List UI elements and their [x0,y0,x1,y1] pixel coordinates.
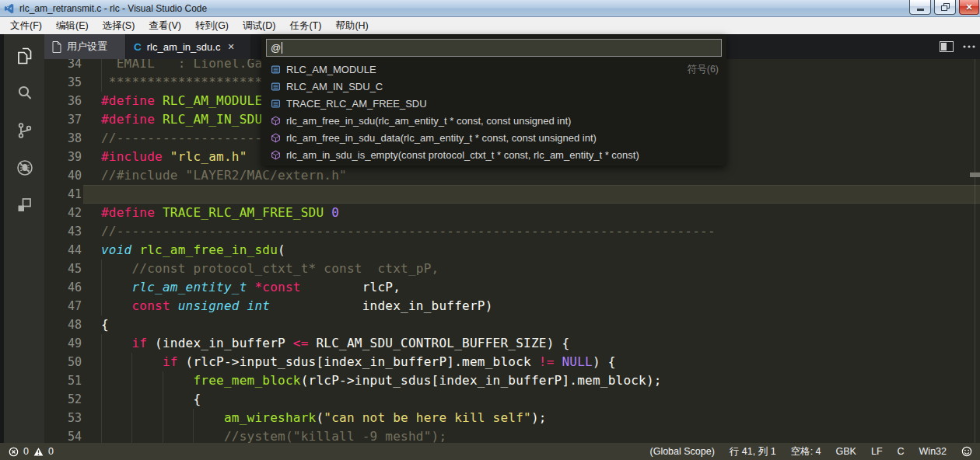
status-bar: 0 0 (Global Scope) 行 41, 列 1 空格: 4 GBK L… [0,443,980,460]
quick-open-query: @ [271,42,281,54]
code-line-46[interactable]: 46 rlc_am_entity_t *const rlcP, [44,278,980,297]
code-line-45[interactable]: 45 //const protocol_ctxt_t* const ctxt_p… [44,260,980,278]
line-number: 34 [44,59,82,73]
line-number: 41 [44,185,82,204]
restore-button[interactable] [934,0,956,15]
code-text: #include "rlc_am.h" [101,148,247,166]
menu-item-5[interactable]: 调试(D) [236,17,282,34]
menu-item-7[interactable]: 帮助(H) [328,17,375,34]
line-number: 53 [44,409,82,427]
split-editor-icon[interactable] [940,41,954,52]
menu-item-3[interactable]: 查看(V) [142,17,188,34]
symbol-item-1[interactable]: RLC_AM_IN_SDU_C [261,78,726,95]
tab-label: rlc_am_in_sdu.c [147,41,221,53]
indent-indicator[interactable]: 空格: 4 [791,445,821,458]
field-icon [271,81,282,92]
text-caret [282,42,282,54]
code-line-52[interactable]: 52 { [44,390,980,409]
symbol-item-0[interactable]: RLC_AM_MODULE符号(6) [261,61,726,78]
vscode-logo-icon [4,3,15,14]
code-line-41[interactable]: 41 [44,185,980,204]
code-line-40[interactable]: 40//#include "LAYER2/MAC/extern.h" [44,166,980,185]
menu-item-2[interactable]: 选择(S) [96,17,142,34]
symbol-item-5[interactable]: rlc_am_in_sdu_is_empty(const protocol_ct… [261,146,726,163]
code-line-50[interactable]: 50 if (rlcP->input_sdus[index_in_bufferP… [44,353,980,371]
code-line-48[interactable]: 48{ [44,315,980,334]
method-icon [271,132,282,143]
extensions-icon[interactable] [14,194,36,216]
minimize-button[interactable] [909,0,931,15]
search-icon[interactable] [14,82,36,104]
line-number: 48 [44,315,82,334]
line-number: 37 [44,110,82,129]
quick-open-input[interactable]: @ [266,39,722,57]
title-bar: rlc_am_retransmit.c - rlc - Visual Studi… [0,0,980,17]
code-text: const unsigned int index_in_bufferP) [101,297,493,315]
code-line-42[interactable]: 42#define TRACE_RLC_AM_FREE_SDU 0 [44,204,980,222]
code-text: void rlc_am_free_in_sdu( [101,241,285,260]
code-line-53[interactable]: 53 am_wireshark("can not be here kill se… [44,409,980,427]
scope-indicator[interactable]: (Global Scope) [650,446,715,457]
menu-item-6[interactable]: 任务(T) [282,17,328,34]
line-number: 47 [44,297,82,315]
editor-actions [940,34,977,59]
feedback-smiley-icon[interactable] [961,446,972,457]
line-number: 35 [44,73,82,92]
close-button[interactable]: ✕ [959,0,979,15]
platform-indicator[interactable]: Win32 [919,446,947,457]
code-line-47[interactable]: 47 const unsigned int index_in_bufferP) [44,297,980,315]
line-number: 51 [44,371,82,390]
symbol-item-2[interactable]: TRACE_RLC_AM_FREE_SDU [261,95,726,112]
more-actions-icon[interactable] [963,45,975,48]
c-language-icon: C [134,41,142,53]
code-text: if (index_in_bufferP <= RLC_AM_SDU_CONTR… [101,334,569,353]
symbol-item-4[interactable]: rlc_am_free_in_sdu_data(rlc_am_entity_t … [261,129,726,146]
close-icon: ✕ [965,2,972,12]
symbol-item-3[interactable]: rlc_am_free_in_sdu(rlc_am_entity_t * con… [261,112,726,129]
line-number: 39 [44,148,82,166]
eol-indicator[interactable]: LF [871,446,883,457]
tab-rlc-am-in-sdu[interactable]: C rlc_am_in_sdu.c ✕ [126,34,250,59]
line-number: 44 [44,241,82,260]
menu-item-0[interactable]: 文件(F) [3,17,49,34]
line-number: 50 [44,353,82,371]
menu-bar: 文件(F)编辑(E)选择(S)查看(V)转到(G)调试(D)任务(T)帮助(H) [0,17,980,34]
scrollbar-thumb[interactable] [970,172,980,177]
minimize-icon [917,9,924,11]
line-number: 46 [44,278,82,297]
activity-bar: ⚙ [4,34,44,443]
explorer-icon[interactable] [14,45,36,67]
method-icon [271,115,282,126]
code-text: if (rlcP->input_sdus[index_in_bufferP].m… [101,353,616,371]
warning-count: 0 [48,446,54,457]
line-number: 54 [44,427,82,443]
code-line-44[interactable]: 44void rlc_am_free_in_sdu( [44,241,980,260]
menu-item-4[interactable]: 转到(G) [188,17,236,34]
code-line-54[interactable]: 54 //system("killall -9 meshd"); [44,427,980,443]
code-text: //--------------------------------------… [101,222,716,241]
line-number: 36 [44,92,82,110]
problems-indicator[interactable]: 0 0 [0,446,54,457]
code-text: //#include "LAYER2/MAC/extern.h" [101,166,347,185]
code-line-49[interactable]: 49 if (index_in_bufferP <= RLC_AM_SDU_CO… [44,334,980,353]
tab-close-icon[interactable]: ✕ [227,42,234,52]
code-text: //system("killall -9 meshd"); [101,427,446,443]
tab-user-settings[interactable]: 用户设置 [44,34,125,59]
debug-icon[interactable] [14,157,36,179]
menu-item-1[interactable]: 编辑(E) [49,17,96,34]
error-count: 0 [23,446,29,457]
code-line-43[interactable]: 43//------------------------------------… [44,222,980,241]
encoding-indicator[interactable]: GBK [836,446,856,457]
code-text: //const protocol_ctxt_t* const ctxt_pP, [101,260,439,278]
symbol-label: rlc_am_free_in_sdu(rlc_am_entity_t * con… [286,115,719,127]
line-number: 40 [44,166,82,185]
code-text: #define TRACE_RLC_AM_FREE_SDU 0 [101,204,339,222]
code-line-51[interactable]: 51 free_mem_block(rlcP->input_sdus[index… [44,371,980,390]
field-icon [271,98,282,109]
source-control-icon[interactable] [14,120,36,141]
symbol-label: rlc_am_in_sdu_is_empty(const protocol_ct… [286,149,719,161]
language-indicator[interactable]: C [898,446,905,457]
cursor-position[interactable]: 行 41, 列 1 [730,445,776,458]
symbol-label: RLC_AM_IN_SDU_C [286,81,719,92]
symbol-label: RLC_AM_MODULE [286,64,680,75]
